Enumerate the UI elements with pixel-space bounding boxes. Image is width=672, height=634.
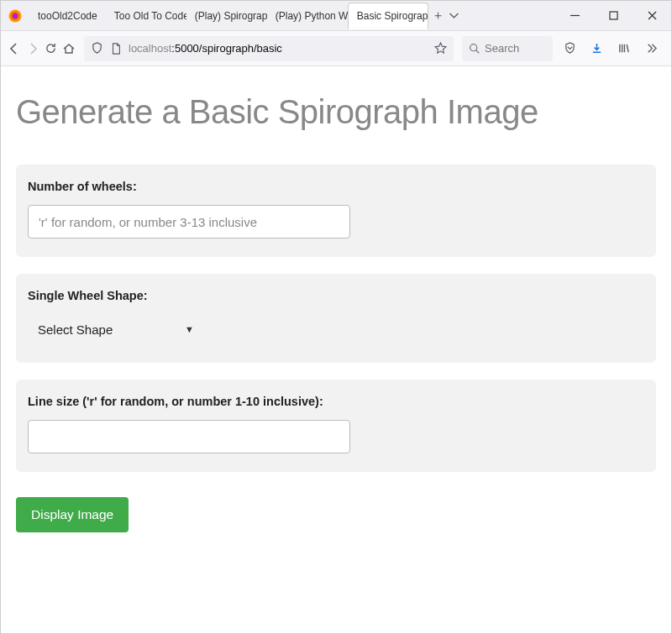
- tab-4-active[interactable]: Basic Spirograph ✕: [348, 3, 428, 29]
- minimize-button[interactable]: [555, 1, 594, 31]
- tab-label: (Play) Spirograph: [195, 10, 267, 22]
- url-text: localhost:5000/spirograph/basic: [129, 42, 428, 55]
- overflow-button[interactable]: [638, 37, 662, 60]
- tab-label: Basic Spirograph: [357, 10, 428, 22]
- tab-3[interactable]: (Play) Python Web: [267, 3, 348, 29]
- shape-label: Single Wheel Shape:: [28, 289, 644, 302]
- chevron-down-icon: ▼: [185, 324, 194, 334]
- bookmark-star-icon[interactable]: [434, 42, 447, 55]
- reload-button[interactable]: [45, 37, 57, 60]
- back-button[interactable]: [8, 37, 21, 60]
- downloads-button[interactable]: [585, 37, 608, 60]
- url-bar[interactable]: localhost:5000/spirograph/basic: [84, 36, 454, 61]
- maximize-button[interactable]: [594, 1, 633, 31]
- tab-2[interactable]: (Play) Spirograph: [186, 3, 267, 29]
- wheels-input[interactable]: [28, 205, 350, 238]
- pocket-button[interactable]: [558, 37, 581, 60]
- close-window-button[interactable]: [633, 1, 671, 31]
- svg-line-8: [476, 50, 479, 53]
- display-image-button[interactable]: Display Image: [16, 497, 129, 532]
- shape-selected-value: Select Shape: [38, 322, 113, 337]
- tabs-overflow-button[interactable]: [449, 10, 469, 21]
- menu-button[interactable]: [665, 37, 672, 60]
- tab-label: tooOld2Code: [38, 10, 97, 22]
- new-tab-button[interactable]: ＋: [428, 8, 449, 24]
- form-group-line: Line size ('r' for random, or number 1-1…: [16, 380, 656, 472]
- svg-rect-4: [610, 12, 617, 19]
- line-label: Line size ('r' for random, or number 1-1…: [28, 395, 644, 408]
- shape-select[interactable]: Select Shape ▼: [28, 314, 204, 344]
- search-bar[interactable]: Search: [462, 36, 553, 61]
- form-group-shape: Single Wheel Shape: Select Shape ▼: [16, 274, 656, 363]
- firefox-icon: [1, 8, 29, 24]
- line-input[interactable]: [28, 420, 350, 453]
- wheels-label: Number of wheels:: [28, 180, 644, 193]
- home-button[interactable]: [62, 37, 76, 60]
- svg-point-7: [470, 45, 477, 51]
- page-icon: [110, 43, 122, 55]
- browser-toolbar: localhost:5000/spirograph/basic Search: [1, 31, 671, 66]
- forward-button[interactable]: [26, 37, 39, 60]
- tab-label: Too Old To Code: [114, 10, 186, 22]
- svg-point-2: [13, 13, 17, 18]
- tab-0[interactable]: tooOld2Code: [29, 3, 106, 29]
- search-placeholder: Search: [485, 42, 519, 55]
- page-content: Generate a Basic Spirograph Image Number…: [1, 66, 671, 549]
- shield-icon: [91, 42, 103, 55]
- search-icon: [469, 43, 480, 54]
- tab-1[interactable]: Too Old To Code: [106, 3, 186, 29]
- tab-label: (Play) Python Web: [276, 10, 348, 22]
- browser-tabbar: tooOld2Code Too Old To Code (Play) Spiro…: [1, 1, 671, 31]
- form-group-wheels: Number of wheels:: [16, 165, 656, 257]
- page-title: Generate a Basic Spirograph Image: [16, 93, 656, 131]
- library-button[interactable]: [612, 37, 635, 60]
